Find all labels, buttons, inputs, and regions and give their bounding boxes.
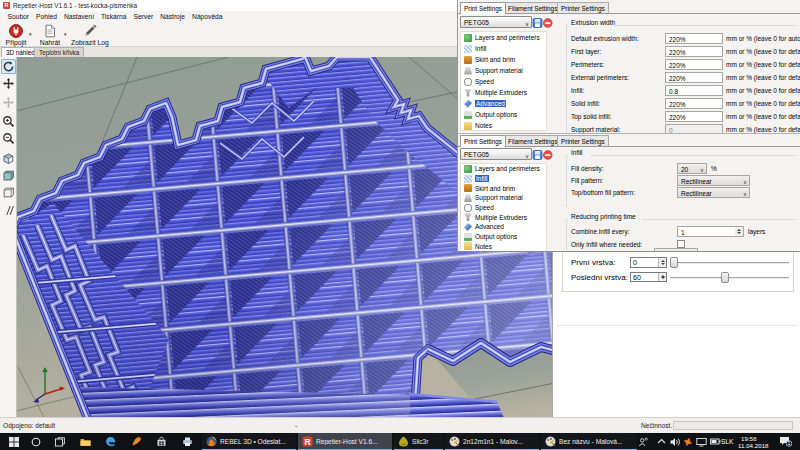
isometric-view-button[interactable] xyxy=(1,151,16,166)
menu-napoveda[interactable]: Nápověda xyxy=(189,13,227,20)
parallel-projection-button[interactable] xyxy=(1,203,16,218)
fill-density-select[interactable]: 20∨ xyxy=(677,163,707,174)
save-preset-icon[interactable] xyxy=(533,18,542,27)
zoom-in-button[interactable] xyxy=(1,114,16,129)
tab-printer-settings[interactable]: Printer Settings xyxy=(557,2,609,14)
language-indicator[interactable]: SLK xyxy=(721,438,733,445)
first-layer-slider[interactable] xyxy=(670,262,789,264)
tray-avast-button[interactable] xyxy=(681,433,694,450)
delete-preset-icon[interactable] xyxy=(543,150,552,159)
list-item-output[interactable]: Output options xyxy=(461,109,546,120)
connect-dropdown-caret[interactable]: ▾ xyxy=(29,31,32,37)
task-view-button[interactable] xyxy=(52,433,68,450)
load-button[interactable]: Nahrát xyxy=(36,24,64,46)
list-item-layers[interactable]: Layers and perimeters xyxy=(461,164,546,174)
taskbar-button-slic3r[interactable]: Slic3r xyxy=(394,433,443,450)
list-item-extruders[interactable]: Multiple Extruders xyxy=(461,87,546,98)
menu-nastaveni[interactable]: Nastavení xyxy=(60,13,97,20)
move-viewpoint-button[interactable] xyxy=(1,95,16,110)
external-perimeters-width-input[interactable]: 220% xyxy=(665,72,723,83)
list-item-extruders[interactable]: Multiple Extruders xyxy=(461,212,546,222)
list-item-support[interactable]: Support material xyxy=(461,193,546,203)
list-item-notes[interactable]: Notes xyxy=(461,120,546,131)
list-item-speed[interactable]: Speed xyxy=(461,76,546,87)
list-item-infill[interactable]: Infill xyxy=(461,43,546,54)
connect-button[interactable]: Připojit xyxy=(2,24,30,46)
avast-browser-button[interactable] xyxy=(128,433,145,450)
front-view-button[interactable] xyxy=(1,168,16,183)
list-item-advanced[interactable]: Advanced xyxy=(461,222,546,232)
status-dash: - xyxy=(295,422,297,429)
menu-server[interactable]: Server xyxy=(130,13,157,20)
list-item-layers[interactable]: Layers and perimeters xyxy=(461,32,546,43)
edge-button[interactable] xyxy=(102,433,119,450)
list-item-speed[interactable]: Speed xyxy=(461,203,546,213)
solid-infill-width-input[interactable]: 220% xyxy=(665,98,723,109)
tab-filament-settings[interactable]: Filament Settings xyxy=(504,135,561,147)
first-layer-input[interactable]: 0 xyxy=(630,257,667,268)
first-layer-spinner[interactable] xyxy=(658,258,666,267)
taskbar-button-firefox[interactable]: REBEL 3D • Odeslat... xyxy=(202,433,296,450)
top-view-button[interactable] xyxy=(1,185,16,200)
tab-temperature-curve[interactable]: Teplotní křivka xyxy=(34,47,84,57)
clock-date[interactable]: 11.04.2018 xyxy=(738,442,769,449)
move-object-button[interactable] xyxy=(1,76,16,91)
preset-select[interactable]: PETG05∨ xyxy=(460,16,532,28)
file-explorer-button[interactable] xyxy=(77,433,94,450)
support-material-width-input[interactable]: 0 xyxy=(665,124,723,134)
tab-print-settings[interactable]: Print Settings xyxy=(460,2,506,14)
search-button[interactable] xyxy=(28,433,44,450)
load-dropdown-caret[interactable]: ▾ xyxy=(64,31,67,37)
last-layer-spinner[interactable] xyxy=(658,273,666,282)
taskbar-button-paint1[interactable]: 2n12m1n1 - Malov... xyxy=(445,433,539,450)
list-item-skirt[interactable]: Skirt and brim xyxy=(461,54,546,65)
tab-print-settings[interactable]: Print Settings xyxy=(460,135,506,147)
taskbar-button-repetier[interactable]: R Repetier-Host V1.6... xyxy=(298,433,392,450)
list-item-notes[interactable]: Notes xyxy=(461,242,546,252)
default-extrusion-width-input[interactable]: 220% xyxy=(665,33,723,44)
zoom-out-button[interactable] xyxy=(1,131,16,146)
tab-printer-settings[interactable]: Printer Settings xyxy=(557,135,609,147)
printer-app-button[interactable] xyxy=(179,433,196,450)
list-item-infill[interactable]: Infill xyxy=(461,174,546,184)
first-layer-slider-thumb[interactable] xyxy=(670,257,678,268)
menu-pohled[interactable]: Pohled xyxy=(33,13,61,20)
list-item-skirt[interactable]: Skirt and brim xyxy=(461,183,546,193)
tray-volume-button[interactable] xyxy=(668,433,682,450)
menu-soubor[interactable]: Soubor xyxy=(4,13,33,20)
fill-pattern-select[interactable]: Rectilinear∨ xyxy=(677,175,750,186)
tray-battery-button[interactable] xyxy=(708,433,722,450)
last-layer-slider[interactable] xyxy=(670,277,789,279)
action-center-button[interactable]: 1 xyxy=(776,433,794,450)
save-preset-icon[interactable] xyxy=(533,150,542,159)
perimeters-width-input[interactable]: 220% xyxy=(665,59,723,70)
show-log-button[interactable]: Zobrazit Log xyxy=(68,24,112,46)
menu-tiskarna[interactable]: Tiskárna xyxy=(98,13,130,20)
delete-preset-icon[interactable] xyxy=(543,18,552,27)
start-button[interactable] xyxy=(6,433,22,450)
rotate-view-button[interactable] xyxy=(1,59,16,74)
tray-display-button[interactable] xyxy=(694,433,708,450)
list-item-support[interactable]: Support material xyxy=(461,65,546,76)
infill-width-input[interactable]: 0.8 xyxy=(665,85,723,96)
last-layer-input[interactable]: 60 xyxy=(630,272,667,283)
combine-infill-input[interactable]: 1 xyxy=(677,226,736,237)
list-item-advanced[interactable]: Advanced xyxy=(461,98,546,109)
preset-select[interactable]: PETG05∨ xyxy=(460,148,532,160)
store-button[interactable] xyxy=(153,433,170,450)
list-item-output[interactable]: Output options xyxy=(461,232,546,242)
only-infill-checkbox[interactable] xyxy=(677,240,685,248)
top-bottom-pattern-select[interactable]: Rectilinear∨ xyxy=(677,187,750,198)
tab-filament-settings[interactable]: Filament Settings xyxy=(504,2,561,14)
top-solid-infill-width-input[interactable]: 220% xyxy=(665,111,723,122)
taskbar-button-paint2[interactable]: Bez názvu - Malová... xyxy=(541,433,637,450)
clipped-select[interactable]: ∨ xyxy=(654,248,698,252)
last-layer-slider-thumb[interactable] xyxy=(721,272,729,283)
tray-expand-button[interactable] xyxy=(655,433,668,450)
tray-people-button[interactable] xyxy=(636,433,650,450)
menu-nastroje[interactable]: Nástroje xyxy=(157,13,189,20)
clock-time[interactable]: 19:58 xyxy=(741,435,756,442)
first-layer-width-input[interactable]: 220% xyxy=(665,46,723,57)
combine-infill-spinner[interactable] xyxy=(735,226,744,237)
repetier-icon: R xyxy=(302,436,313,447)
